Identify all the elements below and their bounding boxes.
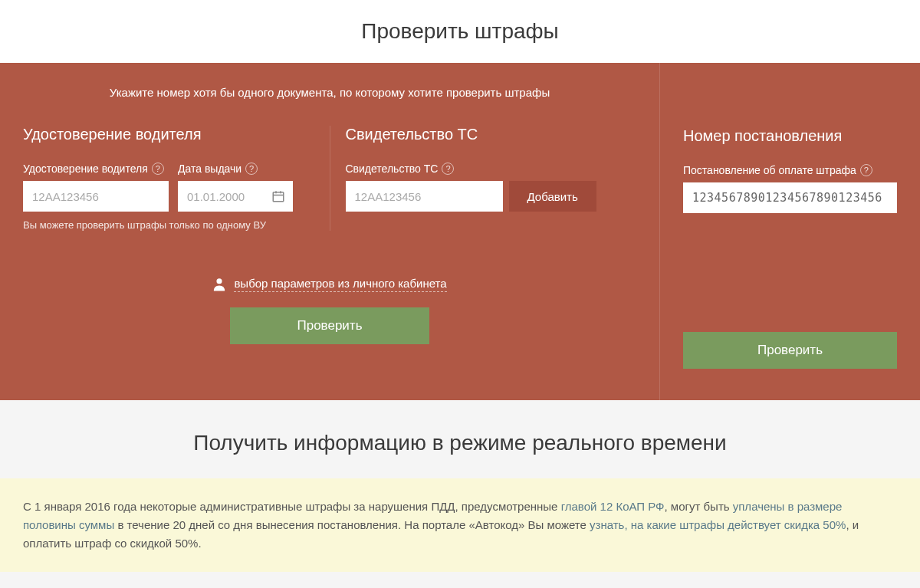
left-panel: Укажите номер хотя бы одного документа, … bbox=[0, 63, 659, 400]
section-row: Удостоверение водителя Удостоверение вод… bbox=[23, 126, 636, 231]
resolution-title: Номер постановления bbox=[683, 127, 897, 145]
certificate-title: Свидетельство ТС bbox=[346, 126, 637, 143]
license-label-text: Удостоверение водителя bbox=[23, 163, 148, 175]
svg-rect-0 bbox=[273, 192, 284, 202]
certificate-label: Свидетельство ТС ? bbox=[346, 163, 637, 175]
date-input-wrap bbox=[178, 181, 293, 212]
resolution-label: Постановление об оплате штрафа ? bbox=[683, 164, 897, 176]
license-hint: Вы можете проверить штрафы только по одн… bbox=[23, 219, 314, 231]
driver-license-section: Удостоверение водителя Удостоверение вод… bbox=[23, 126, 330, 231]
instruction-text: Укажите номер хотя бы одного документа, … bbox=[23, 86, 636, 99]
info-title: Получить информацию в режиме реального в… bbox=[0, 400, 920, 478]
certificate-field-group: Свидетельство ТС ? Добавить bbox=[346, 163, 637, 212]
check-button-left[interactable]: Проверить bbox=[230, 307, 429, 344]
certificate-input[interactable] bbox=[346, 181, 503, 212]
info-text-3: в течение 20 дней со дня вынесения поста… bbox=[114, 518, 590, 531]
date-field-group: Дата выдачи ? bbox=[178, 163, 293, 212]
check-button-right[interactable]: Проверить bbox=[683, 332, 897, 369]
license-field-group: Удостоверение водителя ? bbox=[23, 163, 169, 212]
resolution-input[interactable] bbox=[683, 182, 897, 213]
help-icon[interactable]: ? bbox=[152, 163, 164, 175]
help-icon[interactable]: ? bbox=[245, 163, 258, 175]
certificate-input-row: Добавить bbox=[346, 181, 637, 212]
date-label: Дата выдачи ? bbox=[178, 163, 293, 175]
profile-link-text[interactable]: выбор параметров из личного кабинета bbox=[234, 277, 446, 292]
resolution-label-text: Постановление об оплате штрафа bbox=[683, 164, 856, 176]
driver-license-fields: Удостоверение водителя ? Дата выдачи ? bbox=[23, 163, 314, 212]
license-label: Удостоверение водителя ? bbox=[23, 163, 169, 175]
form-panel: Укажите номер хотя бы одного документа, … bbox=[0, 63, 920, 400]
info-text-2: , могут быть bbox=[665, 500, 733, 513]
person-icon bbox=[212, 277, 226, 292]
add-button[interactable]: Добавить bbox=[509, 181, 596, 212]
driver-license-title: Удостоверение водителя bbox=[23, 126, 314, 143]
right-panel: Номер постановления Постановление об опл… bbox=[659, 63, 920, 400]
info-text-1: С 1 января 2016 года некоторые администр… bbox=[23, 500, 561, 513]
info-box: С 1 января 2016 года некоторые администр… bbox=[0, 478, 920, 572]
license-input[interactable] bbox=[23, 181, 169, 212]
page-title: Проверить штрафы bbox=[0, 0, 920, 63]
info-link-1[interactable]: главой 12 КоАП РФ bbox=[561, 500, 665, 513]
help-icon[interactable]: ? bbox=[442, 163, 454, 175]
profile-link: выбор параметров из личного кабинета bbox=[23, 277, 636, 292]
certificate-section: Свидетельство ТС Свидетельство ТС ? Доба… bbox=[330, 126, 637, 231]
calendar-icon[interactable] bbox=[271, 189, 285, 203]
svg-point-6 bbox=[217, 278, 222, 284]
help-icon[interactable]: ? bbox=[860, 164, 872, 176]
info-link-3[interactable]: узнать, на какие штрафы действует скидка… bbox=[590, 518, 846, 531]
date-label-text: Дата выдачи bbox=[178, 163, 242, 175]
certificate-label-text: Свидетельство ТС bbox=[346, 163, 439, 175]
resolution-field-group: Постановление об оплате штрафа ? bbox=[683, 164, 897, 213]
